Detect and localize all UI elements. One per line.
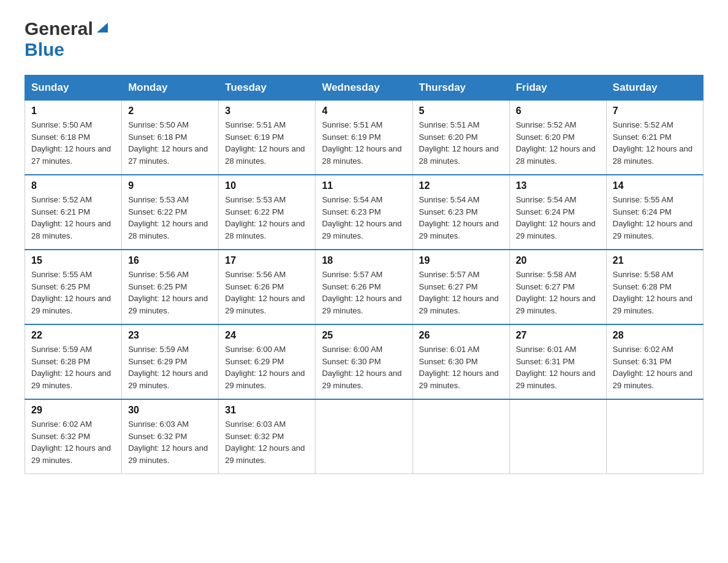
- calendar-cell: 16Sunrise: 5:56 AMSunset: 6:25 PMDayligh…: [122, 250, 219, 324]
- calendar-cell: 28Sunrise: 6:02 AMSunset: 6:31 PMDayligh…: [606, 324, 703, 399]
- calendar-week-5: 29Sunrise: 6:02 AMSunset: 6:32 PMDayligh…: [25, 399, 703, 474]
- day-number: 21: [613, 255, 697, 266]
- day-info: Sunrise: 6:00 AMSunset: 6:30 PMDaylight:…: [322, 343, 406, 391]
- day-number: 20: [516, 255, 600, 266]
- day-number: 6: [516, 105, 600, 117]
- day-info: Sunrise: 5:51 AMSunset: 6:19 PMDaylight:…: [322, 119, 406, 167]
- day-info: Sunrise: 5:53 AMSunset: 6:22 PMDaylight:…: [225, 194, 309, 242]
- calendar-cell: 9Sunrise: 5:53 AMSunset: 6:22 PMDaylight…: [122, 175, 219, 250]
- day-number: 23: [128, 330, 212, 341]
- day-info: Sunrise: 5:56 AMSunset: 6:25 PMDaylight:…: [128, 269, 212, 316]
- day-number: 30: [128, 405, 212, 416]
- day-info: Sunrise: 5:52 AMSunset: 6:21 PMDaylight:…: [31, 194, 115, 242]
- day-number: 19: [419, 255, 503, 266]
- calendar-cell: 29Sunrise: 6:02 AMSunset: 6:32 PMDayligh…: [25, 399, 122, 474]
- day-number: 25: [322, 330, 406, 341]
- calendar-cell: [412, 399, 509, 474]
- svg-marker-0: [97, 23, 108, 33]
- calendar-cell: 17Sunrise: 5:56 AMSunset: 6:26 PMDayligh…: [219, 250, 316, 324]
- calendar-cell: 7Sunrise: 5:52 AMSunset: 6:21 PMDaylight…: [606, 101, 703, 175]
- calendar-cell: 31Sunrise: 6:03 AMSunset: 6:32 PMDayligh…: [219, 399, 316, 474]
- calendar-cell: 11Sunrise: 5:54 AMSunset: 6:23 PMDayligh…: [316, 175, 412, 250]
- day-info: Sunrise: 5:54 AMSunset: 6:23 PMDaylight:…: [322, 194, 406, 242]
- calendar-header: SundayMondayTuesdayWednesdayThursdayFrid…: [25, 75, 703, 101]
- day-info: Sunrise: 5:56 AMSunset: 6:26 PMDaylight:…: [225, 269, 309, 316]
- calendar-cell: 25Sunrise: 6:00 AMSunset: 6:30 PMDayligh…: [316, 324, 412, 399]
- calendar-table: SundayMondayTuesdayWednesdayThursdayFrid…: [25, 75, 703, 474]
- calendar-cell: 21Sunrise: 5:58 AMSunset: 6:28 PMDayligh…: [606, 250, 703, 324]
- day-info: Sunrise: 6:00 AMSunset: 6:29 PMDaylight:…: [225, 343, 309, 391]
- calendar-cell: [606, 399, 703, 474]
- calendar-cell: [509, 399, 606, 474]
- column-header-monday: Monday: [122, 75, 219, 101]
- calendar-cell: [316, 399, 412, 474]
- calendar-cell: 12Sunrise: 5:54 AMSunset: 6:23 PMDayligh…: [412, 175, 509, 250]
- day-number: 18: [322, 255, 406, 266]
- day-info: Sunrise: 5:52 AMSunset: 6:21 PMDaylight:…: [613, 119, 697, 167]
- day-number: 14: [613, 180, 697, 191]
- calendar-cell: 26Sunrise: 6:01 AMSunset: 6:30 PMDayligh…: [412, 324, 509, 399]
- day-info: Sunrise: 5:54 AMSunset: 6:23 PMDaylight:…: [419, 194, 503, 242]
- logo-general-text: General: [25, 18, 93, 39]
- calendar-week-2: 8Sunrise: 5:52 AMSunset: 6:21 PMDaylight…: [25, 175, 703, 250]
- logo: General Blue: [25, 18, 108, 60]
- day-number: 29: [31, 405, 115, 416]
- calendar-cell: 15Sunrise: 5:55 AMSunset: 6:25 PMDayligh…: [25, 250, 122, 324]
- day-number: 5: [419, 105, 503, 117]
- day-number: 4: [322, 105, 406, 117]
- day-info: Sunrise: 5:55 AMSunset: 6:24 PMDaylight:…: [613, 194, 697, 242]
- day-number: 28: [613, 330, 697, 341]
- day-number: 7: [613, 105, 697, 117]
- column-header-thursday: Thursday: [412, 75, 509, 101]
- day-info: Sunrise: 5:50 AMSunset: 6:18 PMDaylight:…: [128, 119, 212, 167]
- day-info: Sunrise: 6:01 AMSunset: 6:31 PMDaylight:…: [516, 343, 600, 391]
- day-number: 9: [128, 180, 212, 191]
- calendar-cell: 24Sunrise: 6:00 AMSunset: 6:29 PMDayligh…: [219, 324, 316, 399]
- day-info: Sunrise: 5:57 AMSunset: 6:26 PMDaylight:…: [322, 269, 406, 316]
- day-number: 11: [322, 180, 406, 191]
- day-info: Sunrise: 5:59 AMSunset: 6:29 PMDaylight:…: [128, 343, 212, 391]
- calendar-cell: 4Sunrise: 5:51 AMSunset: 6:19 PMDaylight…: [316, 101, 412, 175]
- day-info: Sunrise: 6:01 AMSunset: 6:30 PMDaylight:…: [419, 343, 503, 391]
- day-info: Sunrise: 5:59 AMSunset: 6:28 PMDaylight:…: [31, 343, 115, 391]
- calendar-cell: 3Sunrise: 5:51 AMSunset: 6:19 PMDaylight…: [219, 101, 316, 175]
- day-info: Sunrise: 5:52 AMSunset: 6:20 PMDaylight:…: [516, 119, 600, 167]
- calendar-cell: 30Sunrise: 6:03 AMSunset: 6:32 PMDayligh…: [122, 399, 219, 474]
- calendar-cell: 14Sunrise: 5:55 AMSunset: 6:24 PMDayligh…: [606, 175, 703, 250]
- calendar-week-1: 1Sunrise: 5:50 AMSunset: 6:18 PMDaylight…: [25, 101, 703, 175]
- day-number: 31: [225, 405, 309, 416]
- calendar-cell: 8Sunrise: 5:52 AMSunset: 6:21 PMDaylight…: [25, 175, 122, 250]
- column-header-wednesday: Wednesday: [316, 75, 412, 101]
- column-header-friday: Friday: [509, 75, 606, 101]
- calendar-cell: 6Sunrise: 5:52 AMSunset: 6:20 PMDaylight…: [509, 101, 606, 175]
- calendar-cell: 22Sunrise: 5:59 AMSunset: 6:28 PMDayligh…: [25, 324, 122, 399]
- column-header-tuesday: Tuesday: [219, 75, 316, 101]
- day-info: Sunrise: 5:58 AMSunset: 6:27 PMDaylight:…: [516, 269, 600, 316]
- day-info: Sunrise: 6:03 AMSunset: 6:32 PMDaylight:…: [128, 418, 212, 466]
- day-info: Sunrise: 5:51 AMSunset: 6:19 PMDaylight:…: [225, 119, 309, 167]
- day-info: Sunrise: 5:58 AMSunset: 6:28 PMDaylight:…: [613, 269, 697, 316]
- day-number: 12: [419, 180, 503, 191]
- day-number: 2: [128, 105, 212, 117]
- day-info: Sunrise: 5:50 AMSunset: 6:18 PMDaylight:…: [31, 119, 115, 167]
- day-number: 15: [31, 255, 115, 266]
- calendar-body: 1Sunrise: 5:50 AMSunset: 6:18 PMDaylight…: [25, 101, 703, 474]
- page-header: General Blue: [25, 18, 703, 60]
- calendar-cell: 27Sunrise: 6:01 AMSunset: 6:31 PMDayligh…: [509, 324, 606, 399]
- calendar-cell: 13Sunrise: 5:54 AMSunset: 6:24 PMDayligh…: [509, 175, 606, 250]
- day-number: 24: [225, 330, 309, 341]
- day-number: 16: [128, 255, 212, 266]
- day-number: 26: [419, 330, 503, 341]
- logo-blue-text: Blue: [25, 39, 64, 59]
- calendar-cell: 5Sunrise: 5:51 AMSunset: 6:20 PMDaylight…: [412, 101, 509, 175]
- day-info: Sunrise: 5:51 AMSunset: 6:20 PMDaylight:…: [419, 119, 503, 167]
- day-number: 17: [225, 255, 309, 266]
- day-number: 27: [516, 330, 600, 341]
- calendar-week-3: 15Sunrise: 5:55 AMSunset: 6:25 PMDayligh…: [25, 250, 703, 324]
- day-number: 3: [225, 105, 309, 117]
- calendar-cell: 10Sunrise: 5:53 AMSunset: 6:22 PMDayligh…: [219, 175, 316, 250]
- logo-triangle-icon: [97, 20, 108, 35]
- day-info: Sunrise: 6:03 AMSunset: 6:32 PMDaylight:…: [225, 418, 309, 466]
- calendar-cell: 2Sunrise: 5:50 AMSunset: 6:18 PMDaylight…: [122, 101, 219, 175]
- calendar-cell: 18Sunrise: 5:57 AMSunset: 6:26 PMDayligh…: [316, 250, 412, 324]
